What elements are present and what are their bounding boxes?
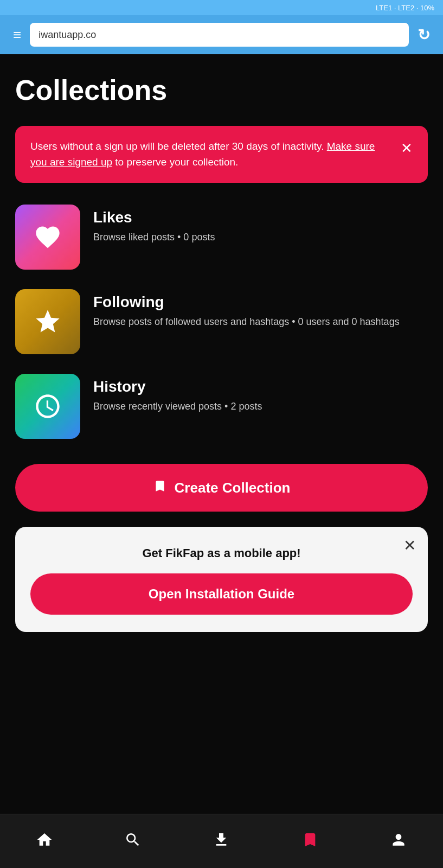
bottom-nav	[0, 814, 443, 868]
warning-text-part1: Users without a sign up will be deleted …	[30, 141, 327, 152]
collection-item-history[interactable]: History Browse recently viewed posts • 2…	[15, 374, 428, 439]
warning-close-button[interactable]: ✕	[401, 140, 413, 157]
following-icon-bg	[15, 289, 80, 354]
search-icon	[124, 831, 142, 851]
warning-banner: Users without a sign up will be deleted …	[15, 126, 428, 183]
person-icon	[390, 831, 407, 851]
refresh-icon[interactable]: ↻	[418, 26, 430, 44]
heart-icon	[34, 223, 62, 251]
main-content: Collections Users without a sign up will…	[0, 54, 443, 814]
history-name: History	[93, 378, 428, 395]
following-name: Following	[93, 293, 428, 311]
url-text: iwantuapp.co	[38, 29, 96, 41]
star-icon	[34, 308, 62, 336]
likes-name: Likes	[93, 209, 428, 226]
nav-item-search[interactable]	[113, 827, 152, 856]
likes-description: Browse liked posts • 0 posts	[93, 231, 428, 244]
create-collection-button[interactable]: Create Collection	[15, 464, 428, 512]
create-bookmark-icon	[153, 479, 167, 493]
browser-bar: ≡ iwantuapp.co ↻	[0, 15, 443, 54]
nav-item-home[interactable]	[25, 827, 64, 856]
likes-icon-bg	[15, 205, 80, 270]
app-banner-close-button[interactable]: ✕	[403, 537, 416, 554]
following-info: Following Browse posts of followed users…	[93, 289, 428, 329]
collections-bookmark-icon	[301, 831, 319, 851]
hamburger-menu-icon[interactable]: ≡	[13, 28, 21, 42]
collection-item-likes[interactable]: Likes Browse liked posts • 0 posts	[15, 205, 428, 270]
clock-icon	[34, 392, 62, 420]
history-icon-bg	[15, 374, 80, 439]
history-description: Browse recently viewed posts • 2 posts	[93, 400, 428, 413]
nav-item-download[interactable]	[202, 827, 241, 856]
warning-text: Users without a sign up will be deleted …	[30, 139, 392, 170]
following-description: Browse posts of followed users and hasht…	[93, 315, 428, 329]
collection-item-following[interactable]: Following Browse posts of followed users…	[15, 289, 428, 354]
open-installation-guide-button[interactable]: Open Installation Guide	[30, 573, 413, 615]
page-title: Collections	[15, 74, 428, 106]
app-install-banner: ✕ Get FikFap as a mobile app! Open Insta…	[15, 527, 428, 632]
create-collection-label: Create Collection	[175, 480, 291, 496]
status-bar: LTE1 · LTE2 · 10%	[0, 0, 443, 15]
url-bar[interactable]: iwantuapp.co	[30, 23, 409, 47]
bookmark-icon	[153, 479, 167, 496]
warning-text-part2: to preserve your collection.	[112, 156, 238, 168]
history-info: History Browse recently viewed posts • 2…	[93, 374, 428, 413]
download-icon	[213, 831, 230, 851]
home-icon	[36, 831, 53, 851]
status-bar-info: LTE1 · LTE2 · 10%	[376, 4, 434, 12]
nav-item-collections[interactable]	[291, 827, 330, 856]
nav-item-profile[interactable]	[379, 827, 418, 856]
likes-info: Likes Browse liked posts • 0 posts	[93, 205, 428, 244]
app-banner-title: Get FikFap as a mobile app!	[30, 546, 413, 560]
